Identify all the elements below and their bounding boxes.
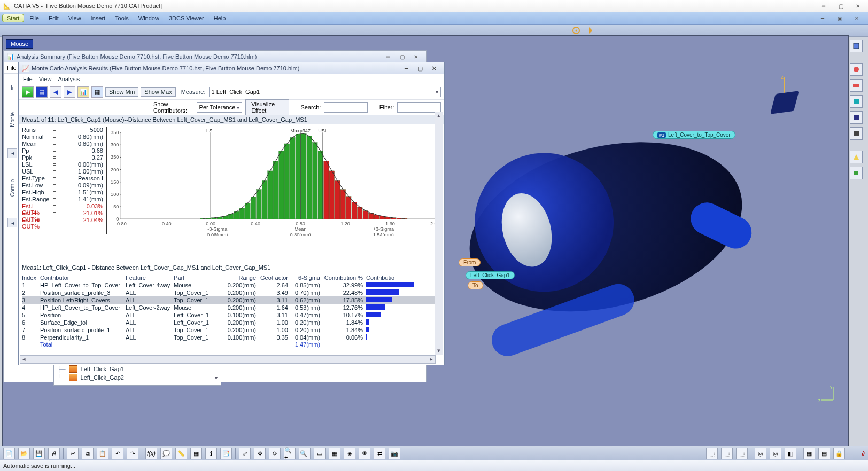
right-toolbar-btn-3[interactable]	[850, 79, 863, 92]
bt-g1[interactable]: ⬚	[706, 448, 718, 459]
analysis-summary-close[interactable]: ✕	[409, 53, 423, 60]
bt-table[interactable]: ▦	[190, 448, 202, 459]
toolbar-icon-2[interactable]	[588, 26, 596, 35]
analysis-summary-menu-file[interactable]: File	[7, 65, 17, 71]
child-close-button[interactable]: ✕	[850, 14, 864, 22]
mc-maximize[interactable]: ▢	[413, 65, 427, 72]
child-restore-button[interactable]: ▣	[833, 14, 847, 22]
bt-undo[interactable]: ↶	[112, 448, 123, 459]
bt-fit[interactable]: ⤢	[239, 448, 251, 459]
right-toolbar-btn-7[interactable]	[850, 151, 863, 163]
bt-new[interactable]: 📄	[3, 448, 15, 459]
menu-edit[interactable]: Edit	[44, 14, 63, 22]
bt-formula[interactable]: f(x)	[145, 448, 157, 459]
measure-combo[interactable]: 1 Left_Click_Gap1	[209, 87, 441, 97]
scroll-up-icon[interactable]: ▴	[435, 112, 443, 120]
close-button[interactable]: ✕	[851, 2, 865, 10]
minimize-button[interactable]: ━	[817, 2, 831, 10]
mc-menu-view[interactable]: View	[39, 76, 52, 82]
menu-file[interactable]: File	[25, 14, 43, 22]
mc-vertical-scrollbar[interactable]: ▴ ▾	[435, 112, 443, 355]
bt-open[interactable]: 📂	[18, 448, 30, 459]
mc-close[interactable]: ✕	[427, 65, 441, 73]
contrib-row[interactable]: 8Perpendicularity_1ALLTop_Cover_10.100(m…	[22, 334, 441, 341]
mc-menu-file[interactable]: File	[23, 76, 33, 82]
mc-horizontal-scrollbar[interactable]: ◂ ▸	[20, 355, 436, 364]
contrib-row[interactable]: 3Position-Left/Right_CoversALLTop_Cover_…	[22, 296, 441, 304]
bt-g3[interactable]: ⬚	[736, 448, 748, 459]
contrib-row[interactable]: 4HP_Left_Cover_to_Top_CoverLeft_Cover-2w…	[22, 304, 441, 311]
right-toolbar-btn-8[interactable]	[850, 167, 863, 179]
visualize-effect-button[interactable]: Visualize Effect	[245, 99, 289, 115]
maximize-button[interactable]: ▢	[834, 2, 848, 10]
bt-zoomin[interactable]: 🔍+	[284, 448, 296, 459]
bt-g8[interactable]: ▤	[818, 448, 830, 459]
right-toolbar-btn-5[interactable]	[850, 111, 863, 124]
bt-pan[interactable]: ✥	[254, 448, 266, 459]
contrib-row[interactable]: 5PositionALLLeft_Cover_10.100(mm)3.110.4…	[22, 311, 441, 319]
analysis-left-scroll-l[interactable]: ◂	[7, 148, 17, 158]
bt-swap[interactable]: ⇄	[374, 448, 385, 459]
menu-insert[interactable]: Insert	[87, 14, 110, 22]
right-toolbar-btn-2[interactable]	[850, 63, 863, 76]
show-max-button[interactable]: Show Max	[141, 87, 175, 97]
bt-save[interactable]: 💾	[33, 448, 45, 459]
bt-info[interactable]: ℹ	[205, 448, 217, 459]
play-icon[interactable]: ▶	[22, 86, 34, 98]
scroll-down-icon[interactable]: ▾	[435, 347, 443, 355]
child-minimize-button[interactable]: ━	[816, 14, 830, 22]
bt-iso[interactable]: ◈	[344, 448, 355, 459]
callout-left-click-gap[interactable]: Left_Click_Gap1	[466, 271, 515, 279]
bt-redo[interactable]: ↷	[127, 448, 138, 459]
right-toolbar-btn-1[interactable]	[850, 40, 863, 52]
analysis-summary-minimize[interactable]: ━	[381, 53, 395, 60]
bt-knowledge[interactable]: 💭	[160, 448, 172, 459]
bt-copy[interactable]: ⧉	[82, 448, 94, 459]
chart-icon[interactable]: 📊	[78, 86, 89, 98]
mc-menu-analysis[interactable]: Analysis	[58, 76, 80, 82]
bt-multi[interactable]: ▦	[329, 448, 340, 459]
prev-icon[interactable]: ◀	[50, 86, 61, 98]
contrib-row[interactable]: 1HP_Left_Cover_to_Top_CoverLeft_Cover-4w…	[22, 281, 441, 289]
tree-item-2[interactable]: └─ Left_Click_Gap2	[57, 373, 218, 382]
toolbar-icon-1[interactable]	[572, 26, 580, 35]
scroll-left-icon[interactable]: ◂	[20, 356, 28, 363]
callout-to[interactable]: To	[468, 281, 483, 289]
callout-left-cover-to-top-cover[interactable]: #3 Left_Cover_to_Top_Cover	[653, 131, 735, 139]
show-contributors-combo[interactable]: Per Tolerance	[197, 102, 243, 113]
scroll-right-icon[interactable]: ▸	[428, 356, 435, 363]
bt-g6[interactable]: ◧	[785, 448, 796, 459]
bt-g4[interactable]: ◎	[755, 448, 766, 459]
contrib-row[interactable]: 2Position_surfacic_profile_3ALLTop_Cover…	[22, 289, 441, 296]
compass[interactable]: z	[770, 77, 799, 113]
analysis-left-scroll-r[interactable]: ◂	[7, 218, 17, 227]
tree-item-1[interactable]: ├─ Left_Click_Gap1	[57, 365, 218, 373]
bt-g5[interactable]: ◎	[770, 448, 781, 459]
bt-g7[interactable]: ▦	[803, 448, 815, 459]
show-min-button[interactable]: Show Min	[105, 87, 138, 97]
filter-input[interactable]	[397, 102, 441, 113]
tree-expand-combo[interactable]	[215, 374, 218, 381]
callout-from[interactable]: From	[459, 258, 480, 266]
contrib-row[interactable]: 6Surface_Edge_tolALLLeft_Cover_10.200(mm…	[22, 319, 441, 326]
bt-cut[interactable]: ✂	[67, 448, 79, 459]
viewport-tree-chip[interactable]: Mouse	[6, 39, 33, 49]
bt-g2[interactable]: ⬚	[721, 448, 733, 459]
bt-normal[interactable]: ▭	[314, 448, 326, 459]
menu-help[interactable]: Help	[210, 14, 230, 22]
list-icon[interactable]: ▦	[91, 86, 103, 98]
menu-window[interactable]: Window	[134, 14, 164, 22]
bt-print[interactable]: 🖨	[48, 448, 60, 459]
search-input[interactable]	[324, 102, 368, 113]
analysis-summary-maximize[interactable]: ▢	[395, 53, 409, 60]
bt-hide[interactable]: 👁	[359, 448, 370, 459]
bt-rotate[interactable]: ⟳	[269, 448, 281, 459]
menu-view[interactable]: View	[64, 14, 86, 22]
bt-doc[interactable]: 📑	[220, 448, 232, 459]
bt-capture[interactable]: 📷	[389, 448, 400, 459]
bt-zoomout[interactable]: 🔍-	[299, 448, 311, 459]
right-toolbar-btn-6[interactable]	[850, 127, 863, 140]
bars-icon[interactable]: ▤	[36, 86, 48, 98]
menu-tools[interactable]: Tools	[111, 14, 133, 22]
menu-start[interactable]: Start	[2, 14, 24, 22]
